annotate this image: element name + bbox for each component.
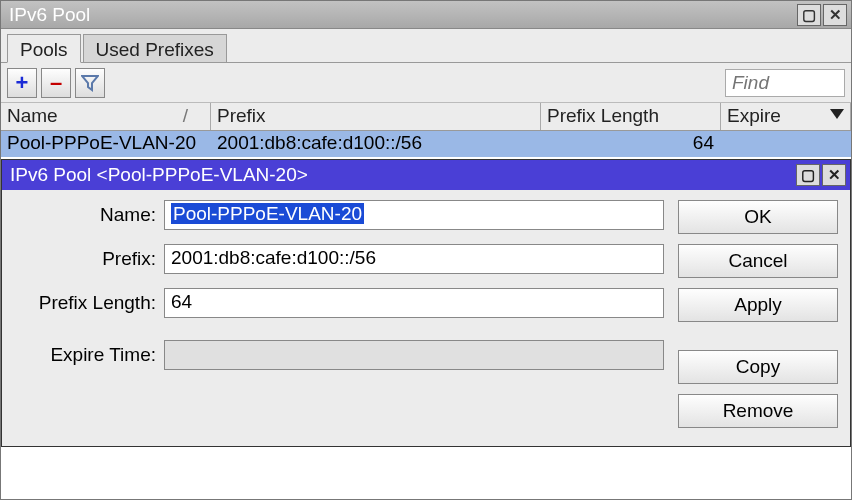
col-header-name[interactable]: Name / [1,103,211,130]
cancel-button[interactable]: Cancel [678,244,838,278]
plus-icon: + [16,70,29,96]
edit-dialog: IPv6 Pool <Pool-PPPoE-VLAN-20> ▢ ✕ Name:… [1,159,851,447]
funnel-icon [81,74,99,92]
cell-prefix: 2001:db8:cafe:d100::/56 [211,131,541,157]
tab-bar: Pools Used Prefixes [1,29,851,63]
tab-used-prefixes[interactable]: Used Prefixes [83,34,227,63]
col-header-prefix-length[interactable]: Prefix Length [541,103,721,130]
label-prefix: Prefix: [14,248,164,270]
dialog-buttons: OK Cancel Apply Copy Remove [678,200,838,428]
maximize-icon[interactable]: ▢ [797,4,821,26]
svg-marker-0 [82,76,98,90]
col-header-expire[interactable]: Expire [721,103,851,130]
grid-header: Name / Prefix Prefix Length Expire [1,103,851,131]
sort-separator: / [183,105,188,127]
prefix-field[interactable]: 2001:db8:cafe:d100::/56 [164,244,664,274]
prefix-length-field[interactable]: 64 [164,288,664,318]
col-header-prefix[interactable]: Prefix [211,103,541,130]
filter-button[interactable] [75,68,105,98]
dialog-title: IPv6 Pool <Pool-PPPoE-VLAN-20> [10,164,308,186]
cell-expire [721,131,851,157]
remove-button-dialog[interactable]: Remove [678,394,838,428]
dialog-close-icon[interactable]: ✕ [822,164,846,186]
cell-prefix-length: 64 [541,131,721,157]
add-button[interactable]: + [7,68,37,98]
cell-name: Pool-PPPoE-VLAN-20 [1,131,211,157]
minus-icon: – [50,70,62,96]
copy-button[interactable]: Copy [678,350,838,384]
dialog-form: Name: Pool-PPPoE-VLAN-20 Prefix: 2001:db… [14,200,664,428]
expire-time-field[interactable] [164,340,664,370]
close-icon[interactable]: ✕ [823,4,847,26]
remove-button[interactable]: – [41,68,71,98]
dialog-titlebar: IPv6 Pool <Pool-PPPoE-VLAN-20> ▢ ✕ [2,160,850,190]
tab-pools[interactable]: Pools [7,34,81,63]
name-field[interactable]: Pool-PPPoE-VLAN-20 [164,200,664,230]
sort-desc-icon [830,109,844,119]
label-prefix-length: Prefix Length: [14,292,164,314]
find-input[interactable] [725,69,845,97]
label-expire-time: Expire Time: [14,344,164,366]
dialog-maximize-icon[interactable]: ▢ [796,164,820,186]
main-titlebar: IPv6 Pool ▢ ✕ [1,1,851,29]
apply-button[interactable]: Apply [678,288,838,322]
window-title: IPv6 Pool [9,4,90,26]
toolbar: + – [1,63,851,103]
ok-button[interactable]: OK [678,200,838,234]
table-row[interactable]: Pool-PPPoE-VLAN-20 2001:db8:cafe:d100::/… [1,131,851,157]
label-name: Name: [14,204,164,226]
